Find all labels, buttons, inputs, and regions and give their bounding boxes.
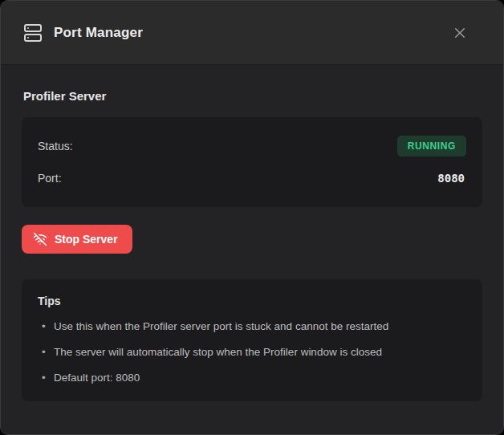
stop-server-button[interactable]: Stop Server <box>22 225 132 254</box>
status-panel: Status: RUNNING Port: 8080 <box>22 117 482 207</box>
close-icon <box>453 26 467 40</box>
status-badge: RUNNING <box>397 136 466 157</box>
close-button[interactable] <box>449 22 471 44</box>
tips-list: Use this when the Profiler server port i… <box>38 319 466 385</box>
stop-server-label: Stop Server <box>55 233 118 246</box>
status-row: Status: RUNNING <box>38 135 466 157</box>
profiler-server-heading: Profiler Server <box>23 89 482 103</box>
port-manager-dialog: Port Manager Profiler Server Status: RUN… <box>0 0 504 435</box>
window-title: Port Manager <box>54 25 143 41</box>
tip-item: Use this when the Profiler server port i… <box>38 319 466 334</box>
tips-heading: Tips <box>38 295 466 307</box>
wifi-off-icon <box>33 232 47 246</box>
port-row: Port: 8080 <box>38 167 466 189</box>
titlebar: Port Manager <box>1 1 503 65</box>
dialog-content: Profiler Server Status: RUNNING Port: 80… <box>1 65 503 434</box>
port-value: 8080 <box>437 172 466 185</box>
tip-item: Default port: 8080 <box>38 370 466 385</box>
tip-item: The server will automatically stop when … <box>38 344 466 360</box>
port-label: Port: <box>38 172 62 185</box>
status-label: Status: <box>38 140 73 152</box>
server-icon <box>23 23 43 43</box>
tips-panel: Tips Use this when the Profiler server p… <box>22 279 482 401</box>
